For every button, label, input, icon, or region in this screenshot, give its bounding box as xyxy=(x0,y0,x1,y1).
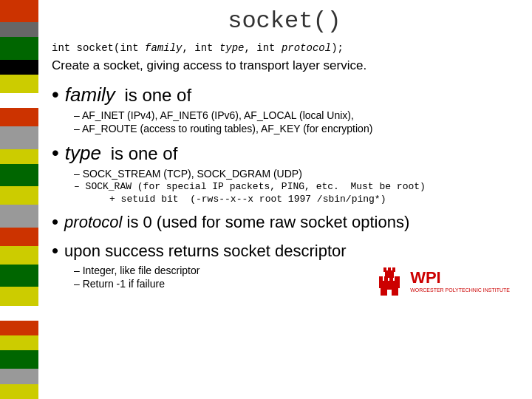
bullet-type-word: type xyxy=(65,142,101,165)
color-segment xyxy=(0,205,38,227)
color-segment xyxy=(0,287,38,305)
color-bar xyxy=(0,0,38,399)
wpi-subtext: WORCESTER POLYTECHNIC INSTITUTE xyxy=(410,287,510,293)
bullet-success: • upon success returns socket descriptor… xyxy=(52,241,517,290)
bullet-family-rest: is one of xyxy=(120,85,191,106)
color-segment xyxy=(0,22,38,37)
color-segment xyxy=(0,75,38,93)
svg-rect-9 xyxy=(392,267,395,272)
signature-line: int socket(int family, int type, int pro… xyxy=(52,42,517,54)
type-sub2: – SOCK_RAW (for special IP packets, PING… xyxy=(74,181,517,192)
svg-rect-2 xyxy=(379,276,383,282)
family-subitems: – AF_INET (IPv4), AF_INET6 (IPv6), AF_LO… xyxy=(74,109,517,134)
sig-sep2: , int xyxy=(244,42,281,54)
success-sub1-text: – Integer, like file descriptor xyxy=(74,265,200,276)
color-segment xyxy=(0,246,38,265)
color-segment xyxy=(0,164,38,186)
color-segment xyxy=(0,335,38,350)
sig-suffix: ); xyxy=(331,42,344,54)
color-segment xyxy=(0,186,38,205)
bullet-type-rest: is one of xyxy=(106,143,177,164)
description-text: Create a socket, giving access to transp… xyxy=(52,58,517,73)
sig-sep1: , int xyxy=(182,42,219,54)
family-sub2-text: – AF_ROUTE (access to routing tables), A… xyxy=(74,123,372,134)
color-segment xyxy=(0,384,38,399)
bullet-dot-protocol: • xyxy=(52,212,58,231)
color-segment xyxy=(0,149,38,164)
color-segment xyxy=(0,126,38,149)
bullet-family: • family is one of – AF_INET (IPv4), AF_… xyxy=(52,83,517,134)
success-sub2-text: – Return -1 if failure xyxy=(74,278,165,290)
bullet-type: • type is one of – SOCK_STREAM (TCP), SO… xyxy=(52,142,517,205)
family-sub1-text: – AF_INET (IPv4), AF_INET6 (IPv6), AF_LO… xyxy=(74,109,354,121)
color-segment xyxy=(0,369,38,383)
sig-prefix: int socket(int xyxy=(52,42,145,54)
page-title: socket() xyxy=(52,7,517,35)
color-segment xyxy=(0,60,38,75)
color-segment xyxy=(0,37,38,59)
bullet-dot-type: • xyxy=(52,143,59,163)
color-segment xyxy=(0,265,38,287)
family-sub2: – AF_ROUTE (access to routing tables), A… xyxy=(74,123,517,134)
color-segment xyxy=(0,0,38,22)
bullet-dot-family: • xyxy=(52,84,59,105)
wpi-logo: WPI WORCESTER POLYTECHNIC INSTITUTE xyxy=(373,265,510,297)
color-segment xyxy=(0,350,38,369)
type-sub1-text: – SOCK_STREAM (TCP), SOCK_DGRAM (UDP) xyxy=(74,168,302,180)
bullet-protocol-text: protocol is 0 (used for some raw socket … xyxy=(64,212,409,233)
setuid-line: + setuid bit (-rws--x--x root 1997 /sbin… xyxy=(109,194,517,205)
svg-rect-7 xyxy=(383,267,386,272)
wpi-label: WPI xyxy=(410,268,510,287)
type-sub1: – SOCK_STREAM (TCP), SOCK_DGRAM (UDP) xyxy=(74,168,517,180)
sig-protocol: protocol xyxy=(282,42,331,54)
type-sub2-text: – SOCK_RAW (for special IP packets, PING… xyxy=(74,181,426,192)
castle-icon xyxy=(373,265,406,297)
bullet-protocol: • protocol is 0 (used for some raw socke… xyxy=(52,212,517,233)
wpi-label-group: WPI WORCESTER POLYTECHNIC INSTITUTE xyxy=(410,268,510,293)
color-segment xyxy=(0,228,38,246)
svg-rect-8 xyxy=(388,267,391,272)
bullet-success-text: upon success returns socket descriptor xyxy=(64,241,347,262)
sig-family: family xyxy=(145,42,182,54)
svg-rect-10 xyxy=(387,290,392,296)
color-segment xyxy=(0,306,38,321)
bullet-dot-success: • xyxy=(52,241,58,260)
type-subitems: – SOCK_STREAM (TCP), SOCK_DGRAM (UDP) – … xyxy=(74,168,517,205)
svg-rect-5 xyxy=(395,276,400,282)
color-segment xyxy=(0,321,38,335)
bullet-family-word: family xyxy=(65,83,115,106)
color-segment xyxy=(0,93,38,108)
family-sub1: – AF_INET (IPv4), AF_INET6 (IPv6), AF_LO… xyxy=(74,109,517,121)
sig-type: type xyxy=(219,42,245,54)
color-segment xyxy=(0,108,38,126)
